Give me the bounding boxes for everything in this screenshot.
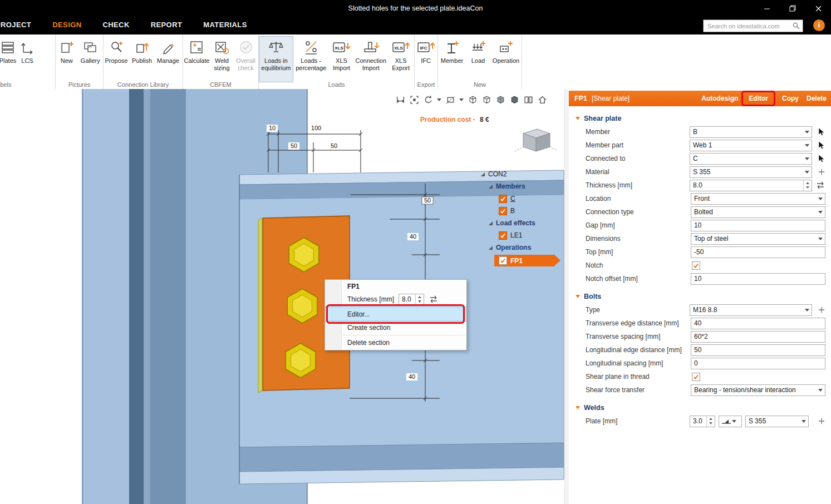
tree-node-members[interactable]: Members — [473, 180, 564, 192]
ribbon-button-plates[interactable]: Plates — [0, 36, 18, 82]
bolt-type-select[interactable]: M16 8.8 — [690, 304, 812, 316]
viewport-3d-scene[interactable]: 10 100 50 50 50 40 40 — [0, 89, 564, 504]
weld-type-select[interactable] — [719, 416, 742, 427]
tree-node-operations[interactable]: Operations — [473, 241, 564, 254]
ribbon-button-propose[interactable]: Propose — [104, 36, 129, 82]
view-solid-cube-icon[interactable] — [494, 93, 507, 106]
expander-icon[interactable] — [489, 221, 493, 225]
weld-size-spinner[interactable]: 3.0 — [690, 416, 715, 427]
ribbon-button-member[interactable]: Member — [438, 36, 466, 82]
shear-plane-checkbox[interactable] — [692, 373, 700, 381]
longitudinal-spacing-input[interactable]: 0 — [691, 358, 825, 369]
pick-in-scene-icon[interactable] — [818, 141, 825, 150]
section-welds[interactable]: Welds — [569, 401, 831, 414]
material-select[interactable]: S 355 — [690, 166, 812, 178]
view-shaded-cube-icon[interactable] — [480, 93, 493, 106]
fp1-checkbox[interactable] — [499, 256, 507, 265]
split-view-icon[interactable] — [522, 93, 534, 106]
thickness-spinner[interactable]: 8.0 — [399, 294, 424, 305]
info-button[interactable]: i — [813, 19, 825, 31]
restore-button[interactable] — [780, 0, 805, 17]
member-b-checkbox[interactable] — [499, 207, 507, 215]
expander-icon[interactable] — [481, 172, 485, 176]
tree-item-label[interactable]: C — [510, 195, 515, 202]
member-c-checkbox[interactable] — [499, 195, 507, 203]
tab-report[interactable]: REPORT — [151, 17, 183, 36]
close-button[interactable] — [805, 0, 831, 17]
editor-button[interactable]: Editor — [741, 91, 775, 106]
copy-button[interactable]: Copy — [782, 95, 799, 102]
spinner-buttons[interactable] — [803, 180, 812, 191]
tree-node-load-effects[interactable]: Load effects — [473, 217, 564, 229]
context-menu-item-delete-section[interactable]: Delete section — [325, 337, 466, 349]
section-cut-icon[interactable] — [444, 93, 456, 106]
le1-checkbox[interactable] — [499, 231, 507, 240]
top-input[interactable]: -50 — [691, 246, 825, 258]
tree-item-le1[interactable]: LE1 — [473, 229, 564, 241]
longitudinal-edge-input[interactable]: 50 — [691, 344, 825, 356]
home-view-icon[interactable] — [536, 93, 548, 106]
connected-to-select[interactable]: C — [690, 153, 812, 165]
rotate-view-icon[interactable] — [422, 93, 434, 106]
connection-type-select[interactable]: Bolted — [691, 206, 825, 218]
section-bolts[interactable]: Bolts — [569, 290, 831, 303]
delete-button[interactable]: Delete — [807, 95, 827, 102]
member-part-select[interactable]: Web 1 — [690, 140, 812, 151]
expander-icon[interactable] — [489, 185, 493, 189]
dimensions-select[interactable]: Top of steel — [691, 233, 825, 245]
autodesign-button[interactable]: Autodesign — [701, 95, 738, 102]
pick-in-scene-icon[interactable] — [818, 155, 825, 163]
ribbon-button-ifc[interactable]: IFC IFC — [415, 36, 437, 82]
tab-design[interactable]: DESIGN — [52, 17, 81, 36]
section-shear-plate[interactable]: Shear plate — [569, 112, 831, 125]
ribbon-button-loads-percentage[interactable]: Loads - percentage — [293, 36, 329, 82]
swap-icon[interactable] — [815, 181, 825, 189]
add-material-icon[interactable] — [818, 168, 825, 176]
ribbon-button-lcs[interactable]: LCS — [18, 36, 37, 82]
add-weld-material-icon[interactable] — [818, 417, 825, 425]
tab-materials[interactable]: MATERIALS — [203, 17, 247, 36]
spinner-buttons[interactable] — [706, 416, 715, 427]
view-wireframe-cube-icon[interactable] — [466, 93, 479, 106]
tree-item-label[interactable]: B — [510, 207, 515, 215]
transverse-spacing-input[interactable]: 60*2 — [691, 331, 825, 343]
add-bolt-type-icon[interactable] — [818, 306, 825, 314]
ribbon-button-xls-import[interactable]: XLS XLS Import — [329, 36, 355, 82]
member-select[interactable]: B — [690, 126, 812, 138]
ribbon-button-calculate[interactable]: Calculate — [183, 36, 210, 82]
ribbon-button-operation[interactable]: Operation — [490, 36, 522, 82]
ribbon-button-new-picture[interactable]: New — [56, 36, 78, 82]
notch-offset-input[interactable]: 10 — [691, 273, 825, 285]
ribbon-button-publish[interactable]: Publish — [129, 36, 155, 82]
tab-check[interactable]: CHECK — [102, 17, 129, 36]
search-input[interactable] — [704, 23, 793, 29]
ribbon-button-connection-import[interactable]: Connection Import — [354, 36, 387, 82]
render-mode-cube-icon[interactable] — [508, 93, 520, 106]
section-cut-dropdown-icon[interactable] — [458, 93, 465, 106]
collapse-chevron-icon[interactable] — [576, 295, 580, 298]
tree-item-member-c[interactable]: C — [473, 192, 564, 205]
pick-in-scene-icon[interactable] — [818, 128, 825, 136]
tree-item-fp1-selected[interactable]: FP1 — [494, 255, 554, 266]
weld-material-select[interactable]: S 355 — [745, 416, 809, 427]
context-menu-item-create-section[interactable]: Create section — [325, 322, 466, 334]
gap-input[interactable]: 10 — [691, 220, 825, 231]
tab-project[interactable]: PROJECT — [0, 17, 31, 36]
ribbon-button-manage[interactable]: Manage — [155, 36, 181, 82]
thickness-spinner[interactable]: 8.0 — [690, 180, 812, 191]
ribbon-button-load[interactable]: Load — [466, 36, 490, 82]
ribbon-button-gallery[interactable]: Gallery — [78, 36, 103, 82]
ribbon-button-loads-in-equilibrium[interactable]: Loads in equilibrium — [259, 36, 293, 82]
tree-item-member-b[interactable]: B — [473, 205, 564, 217]
ribbon-button-weld-sizing[interactable]: Weld sizing — [210, 36, 233, 82]
tree-item-label[interactable]: LE1 — [510, 231, 522, 239]
tree-node-con2[interactable]: CON2 — [473, 168, 564, 180]
zoom-extents-icon[interactable] — [408, 93, 420, 106]
3d-viewport[interactable]: 10 100 50 50 50 40 40 Production — [0, 89, 564, 504]
minimize-button[interactable] — [754, 0, 780, 17]
shear-force-transfer-select[interactable]: Bearing - tension/shear interaction — [691, 384, 825, 396]
dimension-lines-icon[interactable] — [394, 93, 406, 106]
rotate-view-dropdown-icon[interactable] — [436, 93, 442, 106]
collapse-chevron-icon[interactable] — [576, 406, 580, 409]
transverse-edge-input[interactable]: 40 — [691, 318, 825, 329]
